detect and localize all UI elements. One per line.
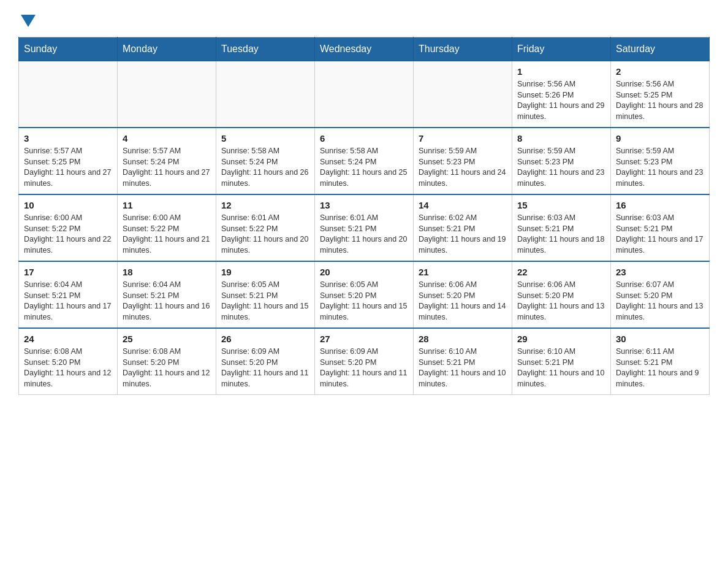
day-info: Sunrise: 6:11 AM Sunset: 5:21 PM Dayligh… <box>616 347 704 389</box>
day-info: Sunrise: 6:06 AM Sunset: 5:20 PM Dayligh… <box>517 280 605 323</box>
day-number: 15 <box>517 200 605 210</box>
calendar-cell: 26Sunrise: 6:09 AM Sunset: 5:20 PM Dayli… <box>216 328 315 395</box>
calendar-header-wednesday: Wednesday <box>315 37 414 61</box>
calendar-header-tuesday: Tuesday <box>216 37 315 61</box>
day-number: 30 <box>616 334 704 344</box>
calendar-header-row: SundayMondayTuesdayWednesdayThursdayFrid… <box>19 37 710 61</box>
day-info: Sunrise: 6:07 AM Sunset: 5:20 PM Dayligh… <box>616 280 704 323</box>
day-number: 23 <box>616 267 704 277</box>
day-number: 10 <box>24 200 112 210</box>
day-number: 18 <box>123 267 211 277</box>
day-info: Sunrise: 5:58 AM Sunset: 5:24 PM Dayligh… <box>221 146 309 189</box>
day-info: Sunrise: 6:01 AM Sunset: 5:22 PM Dayligh… <box>221 213 309 256</box>
calendar-header-friday: Friday <box>512 37 611 61</box>
calendar-header-monday: Monday <box>118 37 216 61</box>
calendar-cell <box>216 61 315 128</box>
day-number: 19 <box>221 267 309 277</box>
day-number: 11 <box>123 200 211 210</box>
calendar-cell: 18Sunrise: 6:04 AM Sunset: 5:21 PM Dayli… <box>118 261 216 328</box>
day-info: Sunrise: 6:02 AM Sunset: 5:21 PM Dayligh… <box>419 213 507 256</box>
calendar-cell: 1Sunrise: 5:56 AM Sunset: 5:26 PM Daylig… <box>512 61 611 128</box>
day-info: Sunrise: 6:03 AM Sunset: 5:21 PM Dayligh… <box>616 213 704 256</box>
calendar-cell: 9Sunrise: 5:59 AM Sunset: 5:23 PM Daylig… <box>611 128 710 194</box>
day-info: Sunrise: 6:10 AM Sunset: 5:21 PM Dayligh… <box>419 347 507 389</box>
day-info: Sunrise: 5:58 AM Sunset: 5:24 PM Dayligh… <box>320 146 408 189</box>
day-number: 5 <box>221 133 309 144</box>
day-info: Sunrise: 6:09 AM Sunset: 5:20 PM Dayligh… <box>320 347 408 389</box>
calendar-cell <box>414 61 512 128</box>
calendar-cell: 5Sunrise: 5:58 AM Sunset: 5:24 PM Daylig… <box>216 128 315 194</box>
day-number: 4 <box>123 133 211 144</box>
calendar-cell: 2Sunrise: 5:56 AM Sunset: 5:25 PM Daylig… <box>611 61 710 128</box>
calendar-cell <box>19 61 118 128</box>
day-info: Sunrise: 6:01 AM Sunset: 5:21 PM Dayligh… <box>320 213 408 256</box>
calendar-cell: 28Sunrise: 6:10 AM Sunset: 5:21 PM Dayli… <box>414 328 512 395</box>
calendar-cell: 19Sunrise: 6:05 AM Sunset: 5:21 PM Dayli… <box>216 261 315 328</box>
day-number: 3 <box>24 133 112 144</box>
calendar-cell: 16Sunrise: 6:03 AM Sunset: 5:21 PM Dayli… <box>611 194 710 261</box>
day-info: Sunrise: 5:59 AM Sunset: 5:23 PM Dayligh… <box>517 146 605 189</box>
day-number: 25 <box>123 334 211 344</box>
calendar-cell: 17Sunrise: 6:04 AM Sunset: 5:21 PM Dayli… <box>19 261 118 328</box>
day-number: 17 <box>24 267 112 277</box>
calendar-cell: 8Sunrise: 5:59 AM Sunset: 5:23 PM Daylig… <box>512 128 611 194</box>
day-info: Sunrise: 5:57 AM Sunset: 5:24 PM Dayligh… <box>123 146 211 189</box>
calendar-cell: 10Sunrise: 6:00 AM Sunset: 5:22 PM Dayli… <box>19 194 118 261</box>
day-number: 7 <box>419 133 507 144</box>
day-info: Sunrise: 5:56 AM Sunset: 5:25 PM Dayligh… <box>616 79 704 122</box>
calendar-cell: 25Sunrise: 6:08 AM Sunset: 5:20 PM Dayli… <box>118 328 216 395</box>
day-info: Sunrise: 6:10 AM Sunset: 5:21 PM Dayligh… <box>517 347 605 389</box>
day-number: 16 <box>616 200 704 210</box>
calendar-cell: 4Sunrise: 5:57 AM Sunset: 5:24 PM Daylig… <box>118 128 216 194</box>
calendar-cell: 20Sunrise: 6:05 AM Sunset: 5:20 PM Dayli… <box>315 261 414 328</box>
day-info: Sunrise: 6:04 AM Sunset: 5:21 PM Dayligh… <box>24 280 112 323</box>
day-info: Sunrise: 6:08 AM Sunset: 5:20 PM Dayligh… <box>24 347 112 389</box>
calendar-cell: 23Sunrise: 6:07 AM Sunset: 5:20 PM Dayli… <box>611 261 710 328</box>
calendar-cell: 30Sunrise: 6:11 AM Sunset: 5:21 PM Dayli… <box>611 328 710 395</box>
day-number: 22 <box>517 267 605 277</box>
day-number: 12 <box>221 200 309 210</box>
calendar-cell: 24Sunrise: 6:08 AM Sunset: 5:20 PM Dayli… <box>19 328 118 395</box>
day-info: Sunrise: 6:05 AM Sunset: 5:20 PM Dayligh… <box>320 280 408 323</box>
calendar-week-row: 3Sunrise: 5:57 AM Sunset: 5:25 PM Daylig… <box>19 128 710 194</box>
calendar-cell: 14Sunrise: 6:02 AM Sunset: 5:21 PM Dayli… <box>414 194 512 261</box>
day-number: 26 <box>221 334 309 344</box>
calendar-week-row: 24Sunrise: 6:08 AM Sunset: 5:20 PM Dayli… <box>19 328 710 395</box>
logo <box>18 12 36 25</box>
calendar-cell: 3Sunrise: 5:57 AM Sunset: 5:25 PM Daylig… <box>19 128 118 194</box>
day-number: 20 <box>320 267 408 277</box>
day-info: Sunrise: 5:56 AM Sunset: 5:26 PM Dayligh… <box>517 79 605 122</box>
day-number: 27 <box>320 334 408 344</box>
day-info: Sunrise: 5:59 AM Sunset: 5:23 PM Dayligh… <box>616 146 704 189</box>
day-info: Sunrise: 6:08 AM Sunset: 5:20 PM Dayligh… <box>123 347 211 389</box>
day-info: Sunrise: 6:09 AM Sunset: 5:20 PM Dayligh… <box>221 347 309 389</box>
page-header <box>18 12 710 25</box>
day-info: Sunrise: 6:00 AM Sunset: 5:22 PM Dayligh… <box>123 213 211 256</box>
calendar-cell: 27Sunrise: 6:09 AM Sunset: 5:20 PM Dayli… <box>315 328 414 395</box>
day-number: 9 <box>616 133 704 144</box>
calendar-header-thursday: Thursday <box>414 37 512 61</box>
day-number: 1 <box>517 66 605 77</box>
day-info: Sunrise: 6:00 AM Sunset: 5:22 PM Dayligh… <box>24 213 112 256</box>
day-number: 2 <box>616 66 704 77</box>
day-number: 13 <box>320 200 408 210</box>
day-info: Sunrise: 6:06 AM Sunset: 5:20 PM Dayligh… <box>419 280 507 323</box>
day-number: 29 <box>517 334 605 344</box>
calendar-cell: 13Sunrise: 6:01 AM Sunset: 5:21 PM Dayli… <box>315 194 414 261</box>
calendar-cell <box>315 61 414 128</box>
day-number: 6 <box>320 133 408 144</box>
day-number: 8 <box>517 133 605 144</box>
calendar-cell: 6Sunrise: 5:58 AM Sunset: 5:24 PM Daylig… <box>315 128 414 194</box>
calendar-header-sunday: Sunday <box>19 37 118 61</box>
day-number: 28 <box>419 334 507 344</box>
day-number: 24 <box>24 334 112 344</box>
calendar-header-saturday: Saturday <box>611 37 710 61</box>
calendar-cell: 29Sunrise: 6:10 AM Sunset: 5:21 PM Dayli… <box>512 328 611 395</box>
calendar-cell: 11Sunrise: 6:00 AM Sunset: 5:22 PM Dayli… <box>118 194 216 261</box>
day-number: 21 <box>419 267 507 277</box>
calendar-cell <box>118 61 216 128</box>
day-info: Sunrise: 6:04 AM Sunset: 5:21 PM Dayligh… <box>123 280 211 323</box>
day-info: Sunrise: 6:03 AM Sunset: 5:21 PM Dayligh… <box>517 213 605 256</box>
calendar-week-row: 10Sunrise: 6:00 AM Sunset: 5:22 PM Dayli… <box>19 194 710 261</box>
calendar-week-row: 1Sunrise: 5:56 AM Sunset: 5:26 PM Daylig… <box>19 61 710 128</box>
